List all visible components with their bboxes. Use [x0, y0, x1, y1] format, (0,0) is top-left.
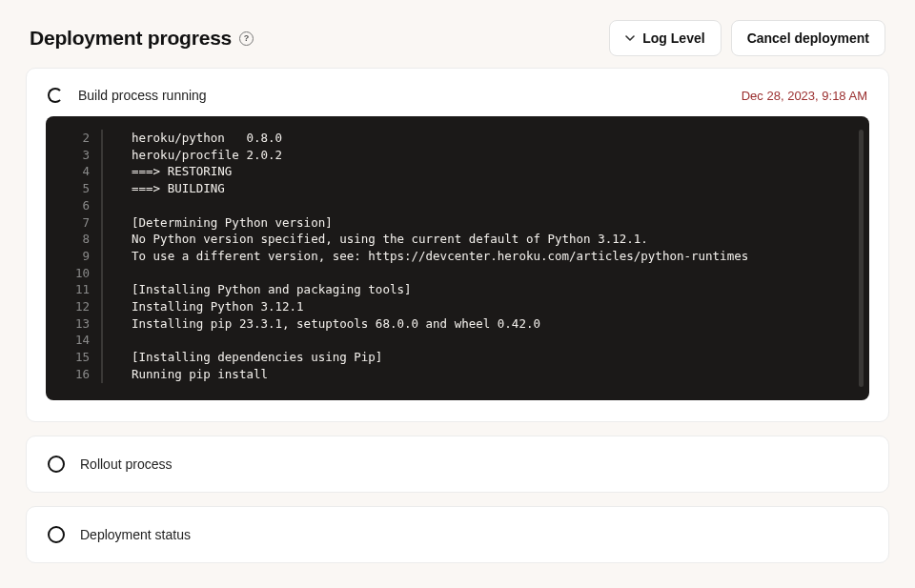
gutter-separator — [101, 130, 103, 147]
circle-icon — [48, 526, 65, 543]
line-text: heroku/python 0.8.0 — [132, 130, 282, 147]
line-number: 10 — [46, 265, 101, 282]
chevron-down-icon — [625, 33, 635, 43]
gutter-separator — [101, 147, 103, 164]
line-number: 4 — [46, 163, 101, 180]
line-number: 2 — [46, 130, 101, 147]
terminal-line: 10 — [46, 265, 869, 282]
gutter-separator — [101, 366, 103, 383]
line-text: ===> RESTORING — [132, 163, 232, 180]
gutter-separator — [101, 349, 103, 366]
header-actions: Log Level Cancel deployment — [609, 20, 885, 56]
terminal-line: 4===> RESTORING — [46, 163, 869, 180]
terminal-line: 13Installing pip 23.3.1, setuptools 68.0… — [46, 315, 869, 333]
terminal-line: 8No Python version specified, using the … — [46, 231, 869, 248]
log-level-label: Log Level — [642, 30, 704, 46]
line-number: 5 — [46, 180, 101, 197]
terminal-line: 16Running pip install — [46, 366, 869, 383]
line-number: 12 — [46, 298, 101, 315]
terminal-line: 11[Installing Python and packaging tools… — [46, 281, 869, 298]
gutter-separator — [101, 332, 103, 349]
gutter-separator — [101, 231, 103, 248]
line-number: 14 — [46, 332, 101, 349]
line-text: [Determining Python version] — [132, 214, 333, 232]
gutter-separator — [101, 265, 103, 282]
terminal-scrollbar[interactable] — [859, 130, 864, 387]
line-number: 8 — [46, 231, 101, 248]
rollout-title: Rollout process — [80, 456, 173, 472]
gutter-separator — [101, 197, 103, 214]
gutter-separator — [101, 315, 103, 333]
build-card-header: Build process running Dec 28, 2023, 9:18… — [46, 88, 869, 116]
spinner-icon — [48, 88, 63, 103]
terminal-line: 15[Installing dependencies using Pip] — [46, 349, 869, 366]
help-icon[interactable]: ? — [239, 31, 254, 46]
line-text: heroku/procfile 2.0.2 — [132, 147, 282, 164]
cancel-deployment-button[interactable]: Cancel deployment — [731, 20, 885, 56]
header: Deployment progress ? Log Level Cancel d… — [3, 3, 912, 68]
build-card: Build process running Dec 28, 2023, 9:18… — [26, 68, 889, 422]
line-text: No Python version specified, using the c… — [132, 231, 648, 248]
page-title: Deployment progress — [30, 27, 232, 50]
line-number: 11 — [46, 281, 101, 298]
gutter-separator — [101, 163, 103, 180]
rollout-card[interactable]: Rollout process — [26, 436, 889, 493]
status-title: Deployment status — [80, 527, 191, 542]
line-number: 15 — [46, 349, 101, 366]
build-timestamp: Dec 28, 2023, 9:18 AM — [742, 89, 867, 103]
terminal-line: 2heroku/python 0.8.0 — [46, 130, 869, 147]
gutter-separator — [101, 248, 103, 265]
circle-icon — [48, 456, 65, 473]
title-wrap: Deployment progress ? — [30, 27, 254, 50]
line-number: 7 — [46, 214, 101, 232]
line-text: [Installing Python and packaging tools] — [132, 281, 412, 298]
line-number: 3 — [46, 147, 101, 164]
line-text: Installing Python 3.12.1 — [132, 298, 304, 315]
cancel-deployment-label: Cancel deployment — [747, 30, 869, 46]
status-card[interactable]: Deployment status — [26, 506, 889, 563]
build-title: Build process running — [78, 88, 207, 103]
terminal-line: 3heroku/procfile 2.0.2 — [46, 147, 869, 164]
build-terminal[interactable]: 2heroku/python 0.8.03heroku/procfile 2.0… — [46, 116, 869, 400]
line-text: To use a different version, see: https:/… — [132, 248, 748, 265]
line-text: [Installing dependencies using Pip] — [132, 349, 382, 366]
line-text: Installing pip 23.3.1, setuptools 68.0.0… — [132, 315, 540, 333]
terminal-line: 7[Determining Python version] — [46, 214, 869, 232]
gutter-separator — [101, 281, 103, 298]
terminal-line: 14 — [46, 332, 869, 349]
line-number: 16 — [46, 366, 101, 383]
line-number: 9 — [46, 248, 101, 265]
terminal-line: 9To use a different version, see: https:… — [46, 248, 869, 265]
line-text: ===> BUILDING — [132, 180, 225, 197]
gutter-separator — [101, 180, 103, 197]
line-text: Running pip install — [132, 366, 268, 383]
terminal-line: 5===> BUILDING — [46, 180, 869, 197]
log-level-button[interactable]: Log Level — [609, 20, 721, 56]
line-number: 6 — [46, 197, 101, 214]
line-number: 13 — [46, 315, 101, 333]
gutter-separator — [101, 298, 103, 315]
terminal-line: 12Installing Python 3.12.1 — [46, 298, 869, 315]
gutter-separator — [101, 214, 103, 232]
terminal-line: 6 — [46, 197, 869, 214]
